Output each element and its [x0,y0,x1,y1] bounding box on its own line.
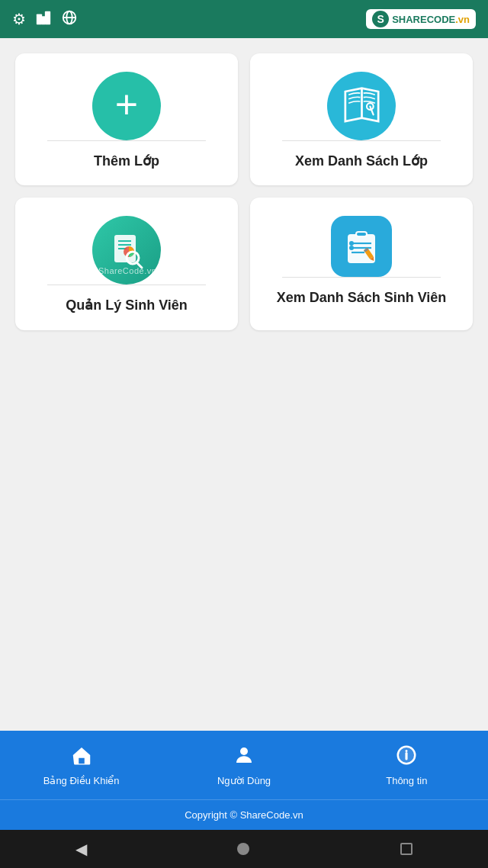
xem-danh-sach-sinh-vien-icon-container [331,216,392,277]
quan-ly-sinh-vien-label: Quản Lý Sinh Viên [66,296,188,314]
svg-rect-1 [45,11,50,24]
building-icon [35,9,52,30]
quan-ly-sinh-vien-icon [92,216,161,285]
svg-point-32 [406,750,408,752]
xem-danh-sach-sinh-vien-icon [331,216,392,277]
xem-danh-sach-sinh-vien-label: Xem Danh Sách Sinh Viên [277,288,447,307]
copyright-text: Copyright © ShareCode.vn [185,809,303,821]
nav-nguoi-dung-label: Người Dùng [217,775,271,786]
xem-danh-sach-lop-divider [282,140,441,141]
quan-ly-sinh-vien-card[interactable]: ShareCode.vn Quản Lý Sinh Viên [15,198,238,330]
nav-bang-dieu-khien[interactable]: Bảng Điều Khiển [0,744,162,786]
recents-button[interactable] [400,843,413,855]
info-icon [395,744,418,772]
sharecode-logo: S SHARECODE.vn [366,9,476,29]
quan-ly-sinh-vien-icon-container: ShareCode.vn [92,216,161,285]
them-lop-icon: + [92,72,161,140]
svg-point-29 [240,747,248,755]
gear-icon: ⚙ [12,10,26,28]
back-button[interactable]: ◀ [75,840,87,858]
svg-rect-2 [41,16,46,24]
nav-bang-dieu-khien-label: Bảng Điều Khiển [43,775,120,786]
xem-danh-sach-lop-icon-container [327,72,396,140]
home-button[interactable] [237,843,249,855]
svg-point-15 [129,254,136,262]
system-nav: ◀ [0,830,488,868]
quan-ly-sinh-vien-divider [47,285,206,285]
bottom-nav: Bảng Điều Khiển Người Dùng Thông tin [0,731,488,799]
globe-icon [61,9,78,30]
them-lop-card[interactable]: + Thêm Lớp [15,53,238,185]
svg-rect-28 [79,758,85,764]
svg-line-16 [136,262,142,268]
copyright-bar: Copyright © ShareCode.vn [0,799,488,830]
main-content: + Thêm Lớp [0,38,488,731]
them-lop-label: Thêm Lớp [94,152,159,170]
xem-danh-sach-lop-card[interactable]: Xem Danh Sách Lớp [250,53,473,185]
nav-thong-tin-label: Thông tin [386,775,427,786]
svg-point-23 [349,241,354,246]
svg-rect-0 [37,14,42,24]
plus-icon: + [115,85,138,124]
svg-rect-19 [357,233,366,236]
nav-nguoi-dung[interactable]: Người Dùng [162,744,325,786]
svg-point-24 [349,246,354,250]
xem-danh-sach-sinh-vien-card[interactable]: Xem Danh Sách Sinh Viên [250,198,473,330]
grid-row-1: + Thêm Lớp [15,53,473,185]
grid-row-2: ShareCode.vn Quản Lý Sinh Viên [15,198,473,330]
xem-danh-sach-sinh-vien-divider [282,277,441,278]
nav-thong-tin[interactable]: Thông tin [326,744,488,786]
them-lop-icon-container: + [92,72,161,140]
xem-danh-sach-lop-label: Xem Danh Sách Lớp [295,152,428,170]
status-icons: ⚙ [12,9,78,30]
person-icon [233,744,255,772]
them-lop-divider [47,140,206,141]
home-icon [70,744,93,772]
xem-danh-sach-lop-icon [327,72,396,140]
status-bar: ⚙ S SHARECODE.vn [0,0,488,38]
